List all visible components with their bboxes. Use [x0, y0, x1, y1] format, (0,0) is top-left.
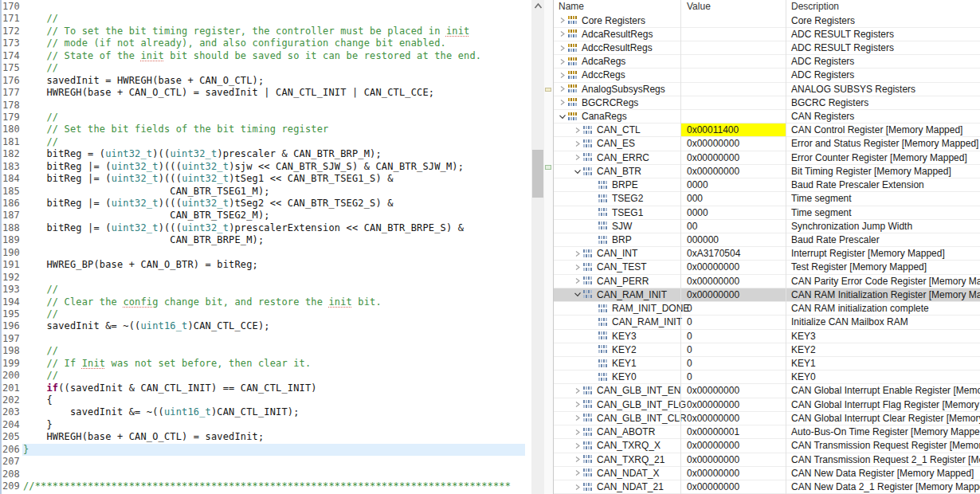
chevron-right-icon[interactable] [559, 84, 568, 93]
code-line[interactable]: 193 // [0, 284, 530, 296]
register-row[interactable]: AdccResultRegsADC RESULT Registers [554, 41, 980, 55]
code-line[interactable]: 172 // To set the bit timing register, t… [0, 25, 530, 37]
register-row[interactable]: BRPE0000Baud Rate Prescaler Extension [554, 178, 980, 192]
code-line[interactable]: 207 [0, 456, 530, 468]
register-value[interactable]: 0 [680, 302, 786, 315]
chevron-right-icon[interactable] [559, 98, 568, 107]
chevron-right-icon[interactable] [559, 44, 568, 53]
register-row[interactable]: AdccRegsADC Registers [554, 69, 980, 82]
code-line[interactable]: 206} [0, 444, 530, 456]
code-line[interactable]: 199 // If Init was not set before, then … [0, 358, 530, 370]
chevron-right-icon[interactable] [574, 153, 583, 162]
code-line[interactable]: 205 HWREGH(base + CAN_O_CTL) = savedInit… [0, 431, 530, 443]
register-row[interactable]: CAN_GLB_INT_CLR0x00000000CAN Global Inte… [554, 412, 980, 425]
code-line[interactable]: 174 // State of the init bit should be s… [0, 50, 530, 62]
register-value[interactable] [680, 28, 786, 41]
annotation-mark-icon[interactable] [545, 165, 551, 170]
code-line[interactable]: 192 [0, 272, 530, 284]
code-line[interactable]: 198 // [0, 345, 530, 357]
code-line[interactable]: 171 // [0, 13, 530, 25]
column-header-value[interactable]: Value [687, 0, 711, 14]
code-line[interactable]: 180 // Set the bit fields of the bit tim… [0, 124, 530, 135]
code-line[interactable]: 202 { [0, 394, 530, 406]
register-value[interactable]: 0x00000000 [680, 480, 786, 493]
register-value[interactable]: 0x00011400 [680, 124, 786, 136]
chevron-right-icon[interactable] [559, 57, 568, 66]
chevron-right-icon[interactable] [574, 400, 583, 409]
register-row[interactable]: AnalogSubsysRegsANALOG SUBSYS Registers [554, 83, 980, 96]
chevron-right-icon[interactable] [574, 469, 583, 477]
chevron-right-icon[interactable] [574, 249, 583, 258]
code-line[interactable]: 179 // [0, 112, 530, 124]
register-value[interactable] [680, 110, 786, 123]
code-line[interactable]: 195 // [0, 308, 530, 320]
code-editor[interactable]: 170171 //172 // To set the bit timing re… [0, 0, 531, 494]
code-line[interactable]: 188 bitReg |= (uint32_t)(((uint32_t)pres… [0, 222, 530, 234]
code-line[interactable]: 175 // [0, 62, 530, 74]
register-row[interactable]: CAN_BTR0x00000000Bit Timing Register [Me… [554, 165, 980, 178]
register-value[interactable]: 000000 [680, 233, 786, 246]
chevron-down-icon[interactable] [574, 290, 583, 299]
chevron-right-icon[interactable] [559, 71, 568, 80]
register-value[interactable] [680, 83, 786, 96]
register-row[interactable]: CAN_INT0xA3170504Interrupt Register [Mem… [554, 247, 980, 261]
chevron-right-icon[interactable] [574, 276, 583, 285]
code-line[interactable]: 184 bitReg |= (uint32_t)(((uint32_t)tSeg… [0, 173, 530, 185]
code-line[interactable]: 183 bitReg |= (uint32_t)(((uint32_t)sjw … [0, 161, 530, 173]
register-row[interactable]: SJW00Synchronization Jump Width [554, 220, 980, 233]
register-value[interactable]: 00 [680, 220, 786, 233]
code-line[interactable]: 204 } [0, 419, 530, 431]
register-row[interactable]: CAN_RAM_INIT0x00000000CAN RAM Initializa… [554, 288, 980, 302]
annotation-mark-icon[interactable] [545, 88, 551, 92]
register-value[interactable]: 0000 [680, 178, 786, 191]
code-line[interactable]: 208 [0, 469, 530, 480]
register-row[interactable]: CAN_TEST0x00000000Test Register [Memory … [554, 261, 980, 274]
column-header-name[interactable]: Name [559, 0, 584, 14]
chevron-right-icon[interactable] [574, 386, 583, 395]
register-row[interactable]: CAN_GLB_INT_FLG0x00000000CAN Global Inte… [554, 398, 980, 412]
column-header-description[interactable]: Description [791, 0, 839, 14]
register-row[interactable]: AdcaResultRegsADC RESULT Registers [554, 28, 980, 41]
scrollbar-thumb[interactable] [532, 150, 543, 198]
register-row[interactable]: CAN_NDAT_X0x00000000CAN New Data Registe… [554, 467, 980, 480]
code-line[interactable]: 177 HWREGH(base + CAN_O_CTL) = savedInit… [0, 87, 530, 99]
chevron-right-icon[interactable] [574, 126, 583, 135]
code-line[interactable]: 196 savedInit &= ~((uint16_t)CAN_CTL_CCE… [0, 320, 530, 332]
column-divider[interactable] [680, 0, 681, 494]
editor-scrollbar[interactable] [531, 0, 544, 494]
register-row[interactable]: KEY30KEY3 [554, 330, 980, 343]
register-row[interactable]: CAN_TXRQ_210x00000000CAN Transmission Re… [554, 453, 980, 467]
register-value[interactable]: 0x00000000 [680, 467, 786, 480]
code-line[interactable]: 200 // [0, 370, 530, 382]
chevron-right-icon[interactable] [574, 441, 583, 450]
code-line[interactable]: 186 bitReg |= (uint32_t)(((uint32_t)tSeg… [0, 198, 530, 210]
code-line[interactable]: 173 // mode (if not already), and also c… [0, 37, 530, 49]
register-value[interactable]: 0 [680, 357, 786, 370]
register-value[interactable]: 0x00000000 [680, 165, 786, 178]
register-row[interactable]: RAM_INIT_DONE0CAN RAM initialization com… [554, 302, 980, 316]
register-row[interactable]: CAN_TXRQ_X0x00000000CAN Transmission Req… [554, 439, 980, 453]
register-value[interactable] [680, 41, 786, 54]
code-line[interactable]: 185 CAN_BTR_TSEG1_M); [0, 186, 530, 198]
register-value[interactable] [680, 69, 786, 81]
register-row[interactable]: Core RegistersCore Registers [554, 14, 980, 28]
chevron-right-icon[interactable] [559, 16, 568, 25]
register-value[interactable]: 0000 [680, 206, 786, 219]
register-row[interactable]: BGCRCRegsBGCRC Registers [554, 96, 980, 110]
register-value[interactable]: 0x00000001 [680, 425, 786, 438]
chevron-right-icon[interactable] [574, 139, 583, 148]
register-row[interactable]: CanaRegsCAN Registers [554, 110, 980, 124]
register-value[interactable]: 0x00000000 [680, 398, 786, 411]
register-row[interactable]: BRP000000Baud Rate Prescaler [554, 233, 980, 247]
register-row[interactable]: CAN_ABOTR0x00000001Auto-Bus-On Time Regi… [554, 425, 980, 439]
column-divider[interactable] [786, 0, 786, 494]
chevron-right-icon[interactable] [559, 29, 568, 38]
register-row[interactable]: TSEG10000Time segment [554, 206, 980, 220]
register-value[interactable]: 0 [680, 370, 786, 383]
register-value[interactable]: 0x00000000 [680, 439, 786, 452]
code-line[interactable]: 181 // [0, 136, 530, 148]
register-value[interactable]: 0xA3170504 [680, 247, 786, 260]
code-line[interactable]: 194 // Clear the config change bit, and … [0, 296, 530, 308]
register-value[interactable] [680, 14, 786, 27]
code-line[interactable]: 187 CAN_BTR_TSEG2_M); [0, 210, 530, 222]
